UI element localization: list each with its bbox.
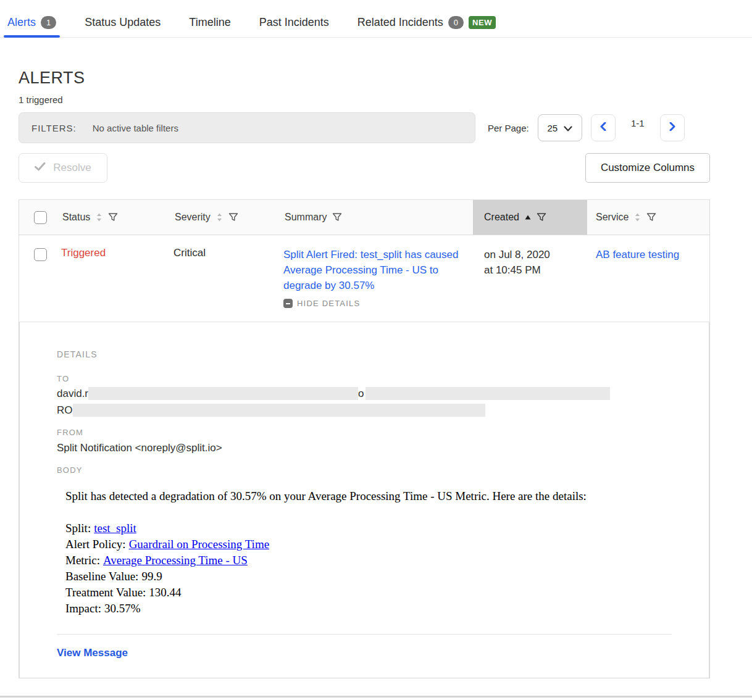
table-header-row: Status Severity Summary Created Service bbox=[19, 200, 709, 235]
tab-past-incidents[interactable]: Past Incidents bbox=[259, 16, 329, 37]
customize-columns-label: Customize Columns bbox=[601, 162, 695, 174]
alert-details-panel: DETAILS TO david.r o RO FROM Split Notif… bbox=[19, 322, 709, 678]
email-field-treatment: Treatment Value:130.44 bbox=[65, 585, 672, 601]
column-header-severity[interactable]: Severity bbox=[173, 200, 283, 235]
check-icon bbox=[35, 162, 46, 174]
customize-columns-button[interactable]: Customize Columns bbox=[585, 153, 710, 183]
alert-summary-link[interactable]: Split Alert Fired: test_split has caused… bbox=[283, 247, 473, 293]
filter-funnel-icon[interactable] bbox=[537, 212, 546, 222]
status-column-label: Status bbox=[62, 212, 90, 223]
page-range: 1-1 of 1 bbox=[624, 118, 651, 138]
page-range-total: of 1 bbox=[624, 129, 752, 138]
column-header-created[interactable]: Created bbox=[473, 200, 587, 235]
next-page-button[interactable] bbox=[660, 114, 685, 141]
sort-icon[interactable] bbox=[216, 212, 223, 222]
action-row: Resolve Customize Columns bbox=[19, 153, 710, 183]
details-divider bbox=[57, 634, 672, 635]
severity-cell: Critical bbox=[173, 235, 283, 322]
filters-label: FILTERS: bbox=[31, 123, 77, 133]
field-label: Baseline Value: bbox=[65, 570, 138, 583]
page-range-value: 1-1 bbox=[624, 118, 651, 128]
service-column-label: Service bbox=[596, 212, 629, 223]
details-heading: DETAILS bbox=[57, 349, 672, 359]
filter-funnel-icon[interactable] bbox=[108, 212, 118, 222]
page-title: ALERTS bbox=[19, 69, 710, 88]
alerts-table: Status Severity Summary Created Service bbox=[19, 199, 710, 678]
page-bottom-edge bbox=[0, 696, 752, 698]
sort-icon[interactable] bbox=[96, 212, 102, 222]
tab-alerts[interactable]: Alerts 1 bbox=[7, 16, 56, 37]
collapse-minus-icon bbox=[283, 299, 293, 308]
to-recipient-text: david.r bbox=[57, 388, 88, 400]
email-field-metric: Metric:Average Processing Time - US bbox=[65, 552, 672, 569]
chevron-right-icon bbox=[669, 122, 675, 133]
chevron-left-icon bbox=[600, 122, 606, 133]
triggered-count: 1 triggered bbox=[19, 94, 710, 105]
previous-page-button[interactable] bbox=[591, 114, 616, 141]
from-label: FROM bbox=[57, 428, 672, 437]
metric-link[interactable]: Average Processing Time - US bbox=[103, 554, 248, 567]
chevron-down-icon bbox=[564, 123, 572, 133]
body-label: BODY bbox=[57, 465, 672, 475]
tab-related-incidents[interactable]: Related Incidents 0 NEW bbox=[357, 16, 496, 37]
view-message-link[interactable]: View Message bbox=[57, 647, 128, 659]
tab-alerts-label: Alerts bbox=[7, 16, 36, 29]
tab-past-incidents-label: Past Incidents bbox=[259, 16, 329, 29]
alerts-count-badge: 1 bbox=[41, 16, 56, 29]
email-field-baseline: Baseline Value:99.9 bbox=[65, 569, 672, 585]
hide-details-label: HIDE DETAILS bbox=[297, 299, 360, 308]
summary-column-label: Summary bbox=[285, 212, 327, 223]
to-recipients-line-1: david.r o bbox=[57, 387, 672, 400]
sort-ascending-icon[interactable] bbox=[525, 215, 531, 220]
table-row: Triggered Critical Split Alert Fired: te… bbox=[19, 235, 709, 322]
tab-timeline-label: Timeline bbox=[189, 16, 230, 29]
service-cell: AB feature testing bbox=[587, 235, 709, 322]
sort-icon[interactable] bbox=[634, 212, 641, 222]
field-label: Impact: bbox=[65, 602, 101, 615]
redacted-text-bar bbox=[88, 387, 358, 400]
baseline-value: 99.9 bbox=[141, 570, 162, 583]
tab-status-updates[interactable]: Status Updates bbox=[85, 16, 161, 37]
filters-bar[interactable]: FILTERS: No active table filters bbox=[19, 112, 475, 143]
service-link[interactable]: AB feature testing bbox=[587, 247, 709, 262]
row-checkbox[interactable] bbox=[34, 248, 47, 261]
to-recipients-line-2: RO bbox=[57, 404, 672, 417]
column-header-summary[interactable]: Summary bbox=[283, 200, 473, 235]
summary-cell: Split Alert Fired: test_split has caused… bbox=[283, 235, 473, 322]
column-header-status[interactable]: Status bbox=[61, 200, 173, 235]
tab-bar: Alerts 1 Status Updates Timeline Past In… bbox=[0, 0, 752, 38]
from-value: Split Notification <noreply@split.io> bbox=[57, 442, 672, 454]
impact-value: 30.57% bbox=[104, 602, 141, 615]
filter-funnel-icon[interactable] bbox=[332, 212, 342, 222]
to-label: TO bbox=[57, 374, 672, 383]
field-label: Metric: bbox=[65, 554, 100, 567]
split-link[interactable]: test_split bbox=[94, 522, 136, 535]
status-cell: Triggered bbox=[61, 235, 173, 322]
resolve-button[interactable]: Resolve bbox=[19, 153, 107, 183]
filter-funnel-icon[interactable] bbox=[228, 212, 238, 222]
email-body: Split has detected a degradation of 30.5… bbox=[65, 488, 672, 617]
created-time: at 10:45 PM bbox=[484, 262, 587, 278]
tab-timeline[interactable]: Timeline bbox=[189, 16, 230, 37]
resolve-button-label: Resolve bbox=[53, 162, 91, 174]
filters-status-text: No active table filters bbox=[93, 123, 178, 133]
controls-row: FILTERS: No active table filters Per Pag… bbox=[19, 112, 710, 143]
email-intro-text: Split has detected a degradation of 30.5… bbox=[65, 488, 672, 504]
column-header-service[interactable]: Service bbox=[587, 200, 709, 235]
alert-policy-link[interactable]: Guardrail on Processing Time bbox=[129, 538, 269, 551]
to-recipient-text: RO bbox=[57, 404, 73, 417]
per-page-value: 25 bbox=[547, 123, 558, 133]
filter-funnel-icon[interactable] bbox=[646, 212, 656, 222]
field-label: Alert Policy: bbox=[65, 538, 126, 551]
email-field-alert-policy: Alert Policy:Guardrail on Processing Tim… bbox=[65, 536, 672, 552]
tab-status-updates-label: Status Updates bbox=[85, 16, 161, 29]
hide-details-toggle[interactable]: HIDE DETAILS bbox=[283, 299, 473, 308]
related-incidents-count-badge: 0 bbox=[448, 16, 464, 29]
select-all-checkbox[interactable] bbox=[34, 211, 47, 224]
per-page-select[interactable]: 25 bbox=[538, 114, 582, 141]
new-feature-badge: NEW bbox=[469, 16, 496, 29]
tab-related-incidents-label: Related Incidents bbox=[357, 16, 443, 29]
body-section: BODY Split has detected a degradation of… bbox=[57, 465, 672, 617]
to-recipient-text: o bbox=[358, 388, 364, 400]
severity-column-label: Severity bbox=[175, 212, 211, 223]
